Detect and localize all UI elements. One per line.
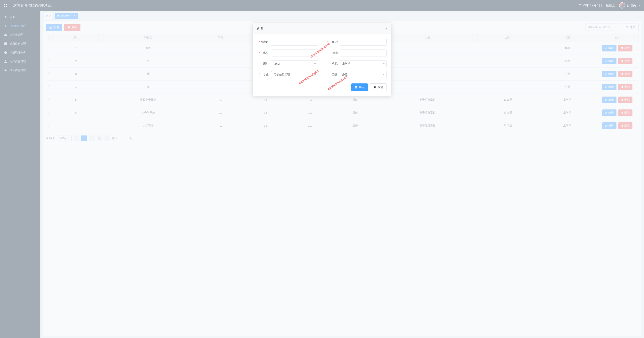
select-year[interactable]: 2023 <box>271 60 318 67</box>
input-course[interactable] <box>271 39 318 46</box>
cancel-button[interactable]: 取消 <box>370 83 387 91</box>
chevron-down-icon <box>314 63 316 64</box>
label-course: 课程名: <box>257 41 271 44</box>
modal-title: 新增 <box>256 27 263 31</box>
select-term[interactable]: 上学期 <box>340 60 387 67</box>
label-type: 类型: <box>326 73 340 76</box>
label-hours: 课时: <box>326 51 340 55</box>
input-hours[interactable] <box>340 50 387 57</box>
chevron-down-icon <box>314 74 316 75</box>
chevron-down-icon <box>383 63 384 64</box>
add-dialog: 新增 ✕ 课程名: 学分: 满分: 课时: <box>253 23 391 96</box>
label-full: 满分: <box>257 51 271 55</box>
ok-label: 确定 <box>359 86 364 89</box>
label-major: 专业: <box>257 73 271 76</box>
input-full[interactable] <box>271 50 318 57</box>
label-term: 学期: <box>326 62 340 66</box>
input-credit[interactable] <box>340 39 387 46</box>
ok-button[interactable]: 确定 <box>351 83 368 91</box>
label-year: 届时: <box>257 62 271 66</box>
chevron-down-icon <box>383 74 384 75</box>
cancel-label: 取消 <box>378 86 383 89</box>
hand-icon <box>374 86 376 89</box>
check-icon <box>355 86 358 89</box>
label-credit: 学分: <box>326 41 340 44</box>
select-type[interactable]: 必修 <box>340 71 387 78</box>
close-icon[interactable]: ✕ <box>385 27 388 31</box>
select-major[interactable]: 电子信息工程 <box>271 71 318 78</box>
modal-overlay: 新增 ✕ 课程名: 学分: 满分: 课时: <box>0 0 644 338</box>
